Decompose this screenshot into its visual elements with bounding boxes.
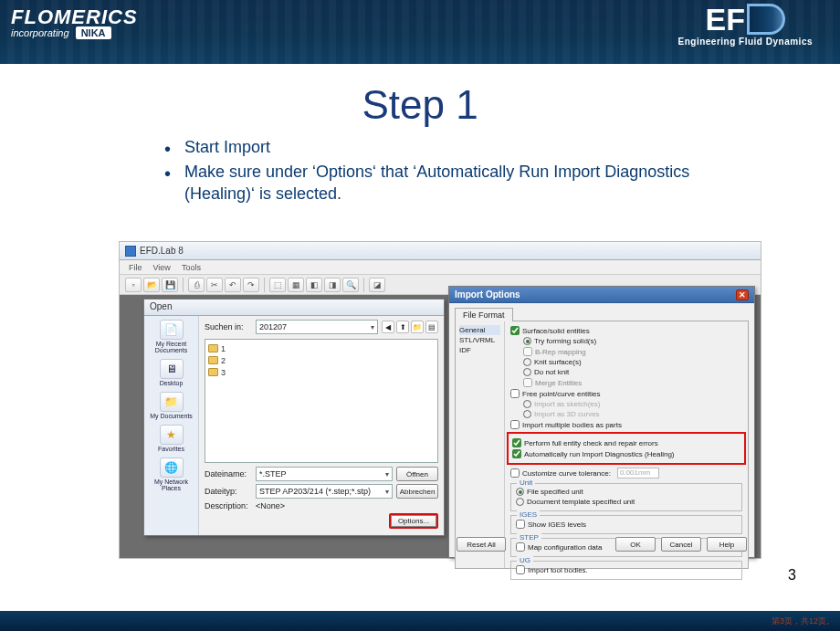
menu-item-tools[interactable]: Tools xyxy=(182,263,201,272)
reset-all-button[interactable]: Reset All xyxy=(457,537,506,552)
toolbar-select-icon[interactable]: ⬚ xyxy=(269,278,286,292)
brand-tagline: Engineering Fluid Dynamics xyxy=(678,37,813,47)
filetype-value: STEP AP203/214 (*.step;*.stp) xyxy=(259,487,371,496)
filename-label: Dateiname: xyxy=(205,469,252,479)
bullet-item: Make sure under ‘Options‘ that ‘Automati… xyxy=(164,162,730,205)
group-unit-legend: Unit xyxy=(517,479,535,487)
efd-f-letter: F xyxy=(726,4,745,35)
radio-knit[interactable]: Knit surface(s) xyxy=(510,357,742,367)
cancel-button[interactable]: Abbrechen xyxy=(396,484,438,499)
toolbar-open-icon[interactable]: 📂 xyxy=(143,278,160,292)
folder-name: 1 xyxy=(221,344,226,353)
sidebar-item-recent[interactable]: 📄My Recent Documents xyxy=(148,320,195,353)
radio-icon xyxy=(523,358,531,366)
toolbar-cut-icon[interactable]: ✂ xyxy=(206,278,223,292)
look-in-combo[interactable]: 201207▾ xyxy=(256,320,378,334)
check-brep[interactable]: B-Rep mapping xyxy=(523,346,742,357)
radio-icon xyxy=(523,337,531,345)
import-options-titlebar: Import Options ✕ xyxy=(449,287,754,303)
toolbar-save-icon[interactable]: 💾 xyxy=(162,278,178,292)
check-label: Map configuration data xyxy=(528,543,602,552)
brand-logo-left: FLOMERICS incorporating NIKA xyxy=(0,0,149,44)
ok-button[interactable]: OK xyxy=(615,537,656,552)
tab-file-format[interactable]: File Format xyxy=(455,308,513,321)
folder-name: 3 xyxy=(221,368,226,377)
sidebar-item-desktop[interactable]: 🖥Desktop xyxy=(148,359,195,386)
toolbar-redo-icon[interactable]: ↷ xyxy=(243,278,259,292)
check-full-entity[interactable]: Perform full entity check and repair err… xyxy=(512,437,740,448)
folder-icon xyxy=(208,356,218,364)
toolbar-view-icon[interactable]: ◧ xyxy=(306,278,322,292)
radio-file-unit[interactable]: File specified unit xyxy=(516,487,737,497)
filename-input[interactable]: *.STEP▾ xyxy=(256,467,393,481)
sidebar-label: Desktop xyxy=(160,380,184,386)
new-folder-icon[interactable]: 📁 xyxy=(411,321,424,333)
dropdown-icon: ▾ xyxy=(371,323,374,331)
check-merge[interactable]: Merge Entities xyxy=(523,377,742,388)
back-icon[interactable]: ◀ xyxy=(382,321,394,333)
radio-doc-unit[interactable]: Document template specified unit xyxy=(516,497,737,507)
highlighted-settings: Perform full entity check and repair err… xyxy=(507,432,746,465)
views-icon[interactable]: ▤ xyxy=(425,321,438,333)
import-options-right: Surface/solid entities Try forming solid… xyxy=(505,321,748,568)
help-button[interactable]: Help xyxy=(707,537,747,552)
folder-item[interactable]: 1 xyxy=(208,342,435,354)
check-free-point[interactable]: Free point/curve entities xyxy=(510,388,742,399)
sidebar-item-favorites[interactable]: ★Favorites xyxy=(148,425,195,452)
file-list[interactable]: 1 2 3 xyxy=(205,339,438,463)
check-ug-import[interactable]: Import tool bodies. xyxy=(516,564,737,575)
brand-sub: incorporating xyxy=(11,27,69,38)
description-value: <None> xyxy=(256,501,438,510)
toolbar-misc-icon[interactable]: ◪ xyxy=(369,278,385,292)
sidebar-item-documents[interactable]: 📁My Documents xyxy=(148,392,195,419)
up-icon[interactable]: ⬆ xyxy=(396,321,409,333)
brand-logo-right: E F Engineering Fluid Dynamics xyxy=(678,4,813,47)
look-in-label: Suchen in: xyxy=(205,322,252,331)
format-item-general[interactable]: General xyxy=(459,325,500,335)
radio-icon xyxy=(523,368,531,376)
radio-label: Import as 3D curves xyxy=(534,410,600,418)
cancel-button[interactable]: Cancel xyxy=(661,537,701,552)
sidebar-item-network[interactable]: 🌐My Network Places xyxy=(148,457,195,491)
toolbar-undo-icon[interactable]: ↶ xyxy=(225,278,241,292)
bullet-item: Start Import xyxy=(164,137,730,158)
check-label: Surface/solid entities xyxy=(522,327,590,335)
folder-item[interactable]: 2 xyxy=(208,354,435,366)
tolerance-input[interactable]: 0.001mm xyxy=(617,468,659,479)
options-button[interactable]: Options... xyxy=(389,513,438,529)
toolbar-new-icon[interactable]: ▫ xyxy=(125,278,142,292)
sidebar-label: My Recent Documents xyxy=(155,341,187,353)
radio-icon xyxy=(516,488,524,496)
format-item-idf[interactable]: IDF xyxy=(459,345,500,355)
toolbar-separator xyxy=(264,278,265,292)
radio-label: Try forming solid(s) xyxy=(534,337,596,345)
folder-item[interactable]: 3 xyxy=(208,366,435,378)
toolbar-view2-icon[interactable]: ◨ xyxy=(324,278,341,292)
close-icon[interactable]: ✕ xyxy=(736,289,749,300)
filetype-combo[interactable]: STEP AP203/214 (*.step;*.stp)▾ xyxy=(256,484,393,499)
radio-icon xyxy=(523,410,531,418)
radio-import-sketch: Import as sketch(es) xyxy=(510,399,742,409)
app-titlebar: EFD.Lab 8 xyxy=(120,242,761,260)
toolbar-grid-icon[interactable]: ▦ xyxy=(288,278,304,292)
check-auto-diagnostics[interactable]: Automatically run Import Diagnostics (He… xyxy=(512,448,740,459)
check-label: Perform full entity check and repair err… xyxy=(524,439,658,447)
toolbar-print-icon[interactable]: ⎙ xyxy=(188,278,205,292)
check-label: Import tool bodies. xyxy=(528,566,588,574)
check-iges-levels[interactable]: Show IGES levels xyxy=(516,519,737,530)
check-custom-tolerance[interactable]: Customize curve tolerance:0.001mm xyxy=(510,467,742,479)
menu-item-file[interactable]: File xyxy=(129,263,142,272)
open-button[interactable]: Öffnen xyxy=(396,467,438,481)
check-surface-solid[interactable]: Surface/solid entities xyxy=(510,325,742,336)
app-icon xyxy=(125,246,136,257)
menu-item-view[interactable]: View xyxy=(153,263,171,272)
page-number: 3 xyxy=(788,567,796,584)
radio-icon xyxy=(523,400,531,408)
radio-try-forming[interactable]: Try forming solid(s) xyxy=(510,336,742,346)
radio-do-not-knit[interactable]: Do not knit xyxy=(510,367,742,377)
format-item-stl[interactable]: STL/VRML xyxy=(459,335,500,345)
open-sidebar: 📄My Recent Documents 🖥Desktop 📁My Docume… xyxy=(144,316,199,535)
toolbar-zoom-icon[interactable]: 🔍 xyxy=(342,278,359,292)
check-import-multiple[interactable]: Import multiple bodies as parts xyxy=(510,419,742,430)
step-title: Step 1 xyxy=(37,82,803,128)
